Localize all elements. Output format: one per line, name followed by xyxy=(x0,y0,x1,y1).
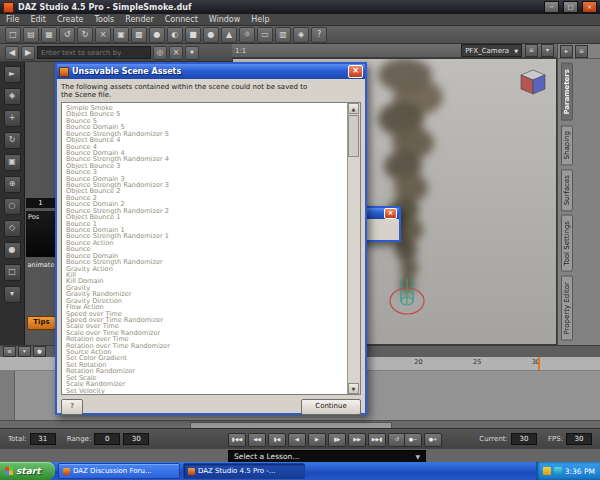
dock-tab[interactable]: Parameters xyxy=(561,63,573,121)
close-icon[interactable]: × xyxy=(348,65,363,78)
nav-forward-icon[interactable]: ▶ xyxy=(21,46,35,60)
close-button[interactable]: × xyxy=(582,1,597,13)
frame-view-icon[interactable]: □ xyxy=(4,264,21,281)
menu-item[interactable]: Edit xyxy=(30,15,46,24)
help-button[interactable]: ? xyxy=(61,399,83,415)
paste-icon[interactable]: ▩ xyxy=(131,27,147,43)
timeline-menu-icon[interactable]: ≡ xyxy=(3,346,16,357)
camera-orbit-icon[interactable]: ○ xyxy=(4,198,21,215)
play-reverse-button[interactable]: ◀ xyxy=(288,433,306,447)
total-value-field[interactable]: 31 xyxy=(30,433,56,445)
universal-tool-icon[interactable]: ⊕ xyxy=(4,176,21,193)
playhead-marker[interactable] xyxy=(538,357,540,370)
continue-button[interactable]: Continue xyxy=(301,399,361,415)
open-scene-icon[interactable]: ▤ xyxy=(23,27,39,43)
go-to-end-button[interactable]: ▶▶▮ xyxy=(368,433,386,447)
fps-label: FPS: xyxy=(548,435,563,443)
scene-info-icon[interactable]: ◈ xyxy=(293,27,309,43)
lesson-bar: Select a Lesson... ▼ xyxy=(0,448,600,463)
camera-dolly-icon[interactable]: ● xyxy=(4,242,21,259)
dock-menu-icon[interactable]: ≡ xyxy=(575,45,588,58)
timeline-scrollbar[interactable] xyxy=(0,420,600,428)
primitive-sphere-icon[interactable]: ● xyxy=(203,27,219,43)
node-select-tool-icon[interactable]: ► xyxy=(4,66,21,83)
search-icon[interactable]: ◎ xyxy=(153,46,167,60)
previous-key-button[interactable]: ◀◀ xyxy=(248,433,266,447)
scale-tool-icon[interactable]: ▣ xyxy=(4,154,21,171)
tool-menu-icon[interactable]: ▾ xyxy=(4,286,21,303)
tray-app-icon[interactable] xyxy=(554,467,562,475)
view-cube-gizmo xyxy=(521,70,545,94)
dock-tab[interactable]: Property Editor xyxy=(561,276,573,341)
menu-item[interactable]: File xyxy=(6,15,19,24)
close-icon[interactable]: × xyxy=(384,208,397,219)
menu-item[interactable]: Create xyxy=(57,15,84,24)
range-start-field[interactable]: 0 xyxy=(94,433,120,445)
help-icon[interactable]: ? xyxy=(311,27,327,43)
taskbar-task-button[interactable]: DAZ Discussion Foru... xyxy=(58,463,180,479)
nav-back-icon[interactable]: ◀ xyxy=(5,46,19,60)
translate-tool-icon[interactable]: + xyxy=(4,110,21,127)
primitive-cube-icon[interactable]: ■ xyxy=(185,27,201,43)
current-frame-field[interactable]: 30 xyxy=(511,433,537,445)
new-scene-icon[interactable]: □ xyxy=(5,27,21,43)
minimize-button[interactable]: ─ xyxy=(544,1,559,13)
viewport-options-icon[interactable]: ≡ xyxy=(525,44,538,57)
aux-viewport-icon[interactable]: ▥ xyxy=(275,27,291,43)
cut-icon[interactable]: × xyxy=(95,27,111,43)
go-to-start-button[interactable]: ▮◀◀ xyxy=(228,433,246,447)
start-button[interactable]: start xyxy=(0,462,55,480)
ruler-tick-label: 20 xyxy=(414,358,422,366)
camera-selector-dropdown[interactable]: PFX_Camera ▼ xyxy=(461,44,522,57)
step-forward-button[interactable]: ▮▶ xyxy=(328,433,346,447)
maximize-button[interactable]: □ xyxy=(563,1,578,13)
menu-item[interactable]: Tools xyxy=(94,15,114,24)
asset-list[interactable]: Simple SmokeObject Bounce 5Bounce 5Bounc… xyxy=(61,102,361,395)
rotate-tool-icon[interactable]: ↻ xyxy=(4,132,21,149)
tips-button[interactable]: Tips xyxy=(27,316,56,330)
scroll-thumb[interactable] xyxy=(348,115,359,157)
camera-pan-icon[interactable]: ◇ xyxy=(4,220,21,237)
next-key-button[interactable]: ▶▶ xyxy=(348,433,366,447)
menu-item[interactable]: Window xyxy=(209,15,241,24)
range-end-field[interactable]: 30 xyxy=(123,433,149,445)
dock-tab[interactable]: Surfaces xyxy=(561,169,573,211)
play-button[interactable]: ▶ xyxy=(308,433,326,447)
undo-icon[interactable]: ↺ xyxy=(59,27,75,43)
dock-expand-icon[interactable]: ▸ xyxy=(560,45,573,58)
dock-tab[interactable]: Tool Settings xyxy=(561,215,573,272)
aspect-ratio-label: 1:1 xyxy=(235,47,246,55)
render-settings-icon[interactable]: ◐ xyxy=(167,27,183,43)
menu-item[interactable]: Connect xyxy=(165,15,198,24)
timeline-key-icon[interactable]: ● xyxy=(33,346,46,357)
save-scene-icon[interactable]: ▦ xyxy=(41,27,57,43)
menu-item[interactable]: Help xyxy=(251,15,269,24)
scroll-up-icon[interactable]: ▲ xyxy=(348,103,359,114)
product-thumbnail[interactable]: Pos xyxy=(26,211,55,257)
asset-list-scrollbar[interactable]: ▲ ▼ xyxy=(347,103,360,394)
search-filter-icon[interactable]: ▼ xyxy=(185,46,199,60)
clear-search-icon[interactable]: × xyxy=(169,46,183,60)
timeline-options-icon[interactable]: ▾ xyxy=(18,346,31,357)
step-back-button[interactable]: ▮◀ xyxy=(268,433,286,447)
viewport-menu-icon[interactable]: ▾ xyxy=(541,44,554,57)
redo-icon[interactable]: ↻ xyxy=(77,27,93,43)
taskbar-task-button[interactable]: DAZ Studio 4.5 Pro -... xyxy=(183,463,305,479)
copy-icon[interactable]: ▣ xyxy=(113,27,129,43)
create-camera-icon[interactable]: ▭ xyxy=(257,27,273,43)
surface-select-tool-icon[interactable]: ◈ xyxy=(4,88,21,105)
fps-field[interactable]: 30 xyxy=(566,433,592,445)
left-tool-strip: ►◈+↻▣⊕○◇●□▾ xyxy=(0,62,25,345)
dialog-titlebar[interactable]: Unsavable Scene Assets × xyxy=(57,64,365,79)
delete-key-button[interactable]: ●− xyxy=(404,433,422,447)
create-light-icon[interactable]: ☼ xyxy=(239,27,255,43)
search-input[interactable] xyxy=(37,46,151,59)
menu-item[interactable]: Render xyxy=(125,15,153,24)
scroll-down-icon[interactable]: ▼ xyxy=(348,383,359,394)
dock-tab[interactable]: Shaping xyxy=(561,125,573,165)
render-icon[interactable]: ● xyxy=(149,27,165,43)
asset-list-item[interactable]: Set Velocity xyxy=(66,388,360,394)
add-key-button[interactable]: ●+ xyxy=(424,433,442,447)
primitive-cone-icon[interactable]: ▲ xyxy=(221,27,237,43)
security-shield-icon[interactable] xyxy=(543,467,551,475)
